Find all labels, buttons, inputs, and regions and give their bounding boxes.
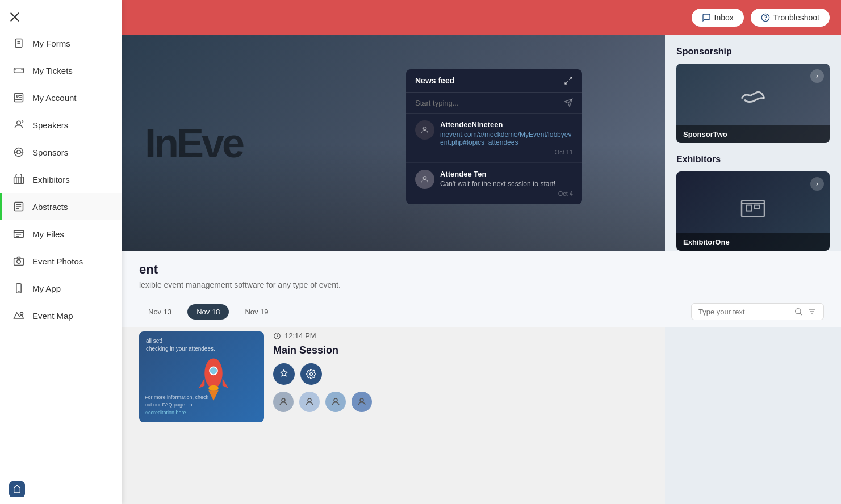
exhibitor-chevron-icon: ›	[810, 177, 824, 191]
sidebar-label-my-app: My App	[32, 284, 61, 293]
exhibitors-title: Exhibitors	[676, 154, 830, 165]
exhibitor-card[interactable]: › ExhibitorOne	[676, 171, 830, 251]
news-item-text-1: inevent.com/a/mockdemo/MyEvent/lobbyeven…	[440, 131, 573, 146]
hero-logo-text: InEve	[145, 120, 242, 166]
news-item-name-2: Attendee Ten	[440, 170, 573, 178]
thumb-bottom-text: For more information, checkout our FAQ p…	[145, 394, 208, 417]
svg-rect-2	[15, 39, 22, 48]
svg-rect-43	[746, 205, 752, 211]
speaker-avatar-4[interactable]	[352, 392, 372, 412]
sidebar-item-my-forms[interactable]: My Forms	[0, 30, 122, 57]
news-feed-title: News feed	[415, 76, 454, 85]
session-name: Main Session	[273, 345, 824, 356]
news-item-text-2: Can't wait for the next session to start…	[440, 180, 573, 188]
speaker-avatar-2[interactable]	[299, 392, 320, 412]
sponsorship-section: Sponsorship › SponsorTwo	[676, 47, 830, 143]
speaker-avatar-3[interactable]	[325, 392, 346, 412]
filter-icon[interactable]	[807, 307, 817, 316]
main-content: InEve News feed AttendeeNineteen	[122, 35, 841, 504]
event-title: ent	[139, 262, 824, 277]
session-action-badge[interactable]	[273, 363, 295, 385]
svg-rect-44	[754, 205, 760, 209]
news-feed-expand-icon[interactable]	[564, 76, 573, 85]
news-item-content-2: Attendee Ten Can't wait for the next ses…	[440, 170, 573, 197]
session-info: 12:14 PM Main Session	[273, 331, 824, 422]
svg-marker-58	[199, 378, 205, 388]
session-action-settings[interactable]	[300, 363, 322, 385]
svg-marker-62	[208, 390, 219, 401]
svg-point-40	[423, 127, 426, 130]
news-feed-input[interactable]	[415, 99, 559, 107]
sidebar-item-speakers[interactable]: Speakers	[0, 111, 122, 138]
session-time-text: 12:14 PM	[284, 331, 316, 340]
svg-point-65	[282, 398, 285, 402]
sessions-row: ali set!checking in your attendees. For …	[122, 325, 841, 429]
sidebar-item-my-tickets[interactable]: My Tickets	[0, 57, 122, 84]
sidebar-label-event-photos: Event Photos	[32, 257, 83, 266]
close-sidebar-button[interactable]	[0, 5, 122, 30]
sidebar-item-sponsors[interactable]: Sponsors	[0, 138, 122, 166]
exhibitors-section: Exhibitors › ExhibitorOne	[676, 154, 830, 251]
news-feed-input-area	[406, 93, 582, 114]
svg-point-61	[208, 385, 219, 392]
svg-point-60	[210, 367, 217, 375]
news-item-name-1: AttendeeNineteen	[440, 120, 573, 129]
news-feed-header: News feed	[406, 69, 582, 93]
svg-line-36	[569, 77, 572, 80]
sidebar-label-my-account: My Account	[32, 93, 77, 103]
sponsor-card-label: SponsorTwo	[676, 125, 830, 143]
sidebar-item-event-map[interactable]: Event Map	[0, 302, 122, 329]
news-item-date-2: Oct 4	[440, 190, 573, 197]
sidebar-footer	[0, 474, 122, 504]
sidebar-item-my-app[interactable]: My App	[0, 275, 122, 302]
inbox-icon	[702, 13, 711, 22]
header-right: Inbox Troubleshoot	[692, 9, 830, 27]
session-time: 12:14 PM	[273, 331, 824, 340]
date-tab-nov13[interactable]: Nov 13	[139, 304, 181, 320]
news-item-content-1: AttendeeNineteen inevent.com/a/mockdemo/…	[440, 120, 573, 156]
send-icon[interactable]	[564, 98, 573, 107]
news-feed-panel: News feed AttendeeNineteen inevent.com/a…	[406, 69, 582, 204]
svg-marker-59	[223, 378, 229, 388]
date-tab-nov19[interactable]: Nov 19	[236, 304, 277, 320]
date-tab-nov18[interactable]: Nov 18	[187, 304, 229, 320]
troubleshoot-label: Troubleshoot	[773, 13, 819, 22]
speaker-avatar-1[interactable]	[273, 392, 294, 412]
inbox-label: Inbox	[714, 13, 734, 22]
avatar-attendee-nineteen	[415, 120, 434, 140]
sidebar-item-abstracts[interactable]: Abstracts	[0, 193, 122, 220]
clock-icon	[273, 332, 281, 340]
sponsor-card[interactable]: › SponsorTwo	[676, 64, 830, 143]
sidebar-label-my-tickets: My Tickets	[32, 66, 73, 75]
sponsor-chevron-icon: ›	[810, 69, 824, 83]
sidebar-item-my-account[interactable]: My Account	[0, 84, 122, 111]
svg-point-9	[16, 95, 18, 97]
troubleshoot-button[interactable]: Troubleshoot	[751, 9, 830, 27]
svg-point-66	[308, 398, 311, 402]
svg-point-29	[17, 260, 21, 264]
svg-rect-30	[16, 284, 21, 293]
troubleshoot-icon	[761, 13, 770, 22]
event-info-section: ent lexible event management software fo…	[122, 251, 841, 301]
sidebar-item-event-photos[interactable]: Event Photos	[0, 247, 122, 275]
inbox-button[interactable]: Inbox	[692, 9, 744, 27]
exhibitor-card-label: ExhibitorOne	[676, 233, 830, 251]
badge-icon	[279, 369, 289, 379]
sidebar-item-my-files[interactable]: My Files	[0, 220, 122, 247]
header: obby Inbox Troubleshoot	[0, 0, 841, 35]
sidebar-label-speakers: Speakers	[32, 120, 68, 130]
svg-marker-32	[14, 313, 24, 318]
svg-point-41	[423, 177, 426, 179]
sidebar-item-exhibitors[interactable]: Exhibitors	[0, 166, 122, 193]
svg-line-53	[800, 313, 802, 315]
sidebar-label-my-forms: My Forms	[32, 39, 70, 48]
gear-icon	[306, 369, 316, 379]
sidebar-label-abstracts: Abstracts	[32, 202, 68, 212]
session-actions	[273, 363, 824, 385]
sidebar-label-sponsors: Sponsors	[32, 148, 68, 157]
session-search-input[interactable]	[698, 308, 789, 316]
svg-point-13	[17, 121, 21, 125]
svg-rect-25	[14, 230, 24, 232]
search-icon[interactable]	[794, 307, 803, 316]
svg-point-68	[360, 398, 363, 402]
